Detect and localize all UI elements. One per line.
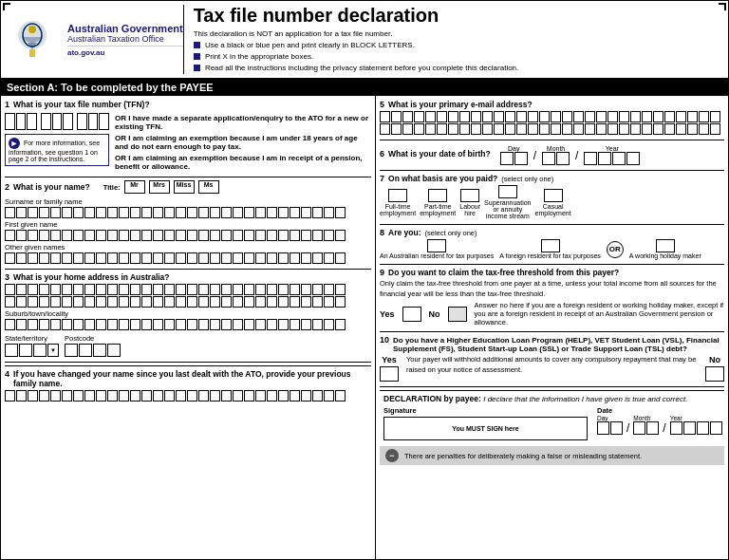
dob-year-4[interactable] xyxy=(626,152,640,165)
q1-header: 1 What is your tax file number (TFN)? xyxy=(5,100,371,109)
q10-no-box[interactable] xyxy=(705,366,724,382)
pay-casual-box[interactable] xyxy=(544,189,563,202)
date-month-1[interactable] xyxy=(633,421,645,435)
sign-box[interactable]: You MUST SIGN here xyxy=(383,417,588,440)
foreign-resident-box[interactable] xyxy=(541,239,560,252)
signature-area: Signature You MUST SIGN here xyxy=(383,406,588,440)
prev-name-boxes xyxy=(5,390,371,401)
section-a-header: Section A: To be completed by the PAYEE xyxy=(1,79,728,96)
penalty-text: There are penalties for deliberately mak… xyxy=(404,452,642,460)
australian-resident-box[interactable] xyxy=(427,239,446,252)
dob-day-2[interactable] xyxy=(514,152,528,165)
postcode-box-1[interactable] xyxy=(65,344,78,357)
state-box-3[interactable] xyxy=(33,344,47,357)
divider-1 xyxy=(5,177,371,177)
q9-yes-box[interactable] xyxy=(402,307,421,322)
website-bar: ato.gov.au xyxy=(67,46,183,57)
date-year-3[interactable] xyxy=(697,421,709,435)
are-you-australian: An Australian resident for tax purposes xyxy=(380,239,494,259)
postcode-area: Postcode xyxy=(65,332,121,357)
tfn-box-1[interactable] xyxy=(5,113,15,130)
postcode-box-4[interactable] xyxy=(107,344,121,357)
q1-layout: ► For more information, see information,… xyxy=(5,111,371,172)
email-row2 xyxy=(380,123,724,135)
divider-r6 xyxy=(380,386,724,387)
q1-or-options: OR I have made a separate application/en… xyxy=(115,111,371,172)
divider-r5 xyxy=(380,331,724,332)
title-ms[interactable]: Ms xyxy=(198,180,219,194)
q10-yes-box[interactable] xyxy=(380,366,399,382)
email-row1 xyxy=(380,111,724,122)
right-column: 5 What is your primary e-mail address? 6 xyxy=(376,96,728,560)
tfn-boxes-row1 xyxy=(5,113,109,130)
tfn-box-8[interactable] xyxy=(88,113,99,130)
date-year-1[interactable] xyxy=(670,421,682,435)
state-area: State/territory ▼ xyxy=(5,332,59,357)
q5-header: 5 What is your primary e-mail address? xyxy=(380,100,724,109)
dob-slash-1: / xyxy=(533,149,536,162)
tfn-box-3[interactable] xyxy=(27,113,37,130)
tfn-box-4[interactable] xyxy=(41,113,51,130)
question-4: 4 If you have changed your name since yo… xyxy=(5,365,371,401)
tfn-box-7[interactable] xyxy=(77,113,87,130)
other-names-label: Other given names xyxy=(5,243,371,252)
q1-tfn-area: ► For more information, see information,… xyxy=(5,111,109,172)
tfn-box-2[interactable] xyxy=(16,113,27,130)
surname-box[interactable] xyxy=(5,207,15,218)
title-mrs[interactable]: Mrs xyxy=(149,180,170,194)
q1-or1: OR I have made a separate application/en… xyxy=(115,114,371,131)
tfn-box-9[interactable] xyxy=(99,113,109,130)
tfn-box-6[interactable] xyxy=(63,113,73,130)
state-box-1[interactable] xyxy=(5,344,18,357)
postcode-box-3[interactable] xyxy=(93,344,106,357)
q9-yes-no: Yes No Answer no here if you are a forei… xyxy=(380,301,724,327)
date-month-2[interactable] xyxy=(646,421,659,435)
dob-month-1[interactable] xyxy=(542,152,555,165)
dob-day-1[interactable] xyxy=(500,152,514,165)
divider-r3 xyxy=(380,224,724,225)
tfn-box-5[interactable] xyxy=(52,113,63,130)
suburb-boxes xyxy=(5,319,371,330)
dob-year-1[interactable] xyxy=(584,152,597,165)
date-day-group: Day xyxy=(597,415,623,435)
q9-no-box[interactable] xyxy=(448,307,467,322)
are-you-foreign: A foreign resident for tax purposes xyxy=(499,239,601,259)
gov-name: Australian Government xyxy=(67,23,183,34)
pay-super-box[interactable] xyxy=(498,185,517,198)
first-name-label: First given name xyxy=(5,220,371,229)
dob-month-2[interactable] xyxy=(556,152,570,165)
state-box-2[interactable] xyxy=(19,344,32,357)
question-6: 6 What is your date of birth? Day / xyxy=(380,143,724,165)
title-miss[interactable]: Miss xyxy=(174,180,195,194)
dob-row: Day / Month xyxy=(500,145,641,165)
date-day-1[interactable] xyxy=(597,421,609,435)
form-header: Australian Government Australian Taxatio… xyxy=(1,1,728,79)
title-mr[interactable]: Mr xyxy=(124,180,145,194)
q10-yes-no: Yes Your payer will withhold additional … xyxy=(380,355,724,382)
penalty-bar: − There are penalties for deliberately m… xyxy=(380,446,724,465)
working-holiday-box[interactable] xyxy=(656,239,675,252)
dob-year-boxes xyxy=(584,152,640,165)
date-slash-2: / xyxy=(663,421,665,435)
dob-day-group: Day xyxy=(500,145,528,165)
dob-year-2[interactable] xyxy=(598,152,611,165)
pay-labour-box[interactable] xyxy=(460,189,479,202)
date-year-2[interactable] xyxy=(683,421,696,435)
date-day-2[interactable] xyxy=(610,421,623,435)
q9-header: 9 Do you want to claim the tax-free thre… xyxy=(380,268,724,277)
pay-options: Full-timeemployment Part-timeemployment … xyxy=(380,185,724,219)
dob-slash-2: / xyxy=(575,149,578,162)
corner-mark-tl xyxy=(3,3,10,10)
divider-r1 xyxy=(380,140,724,140)
question-1: 1 What is your tax file number (TFN)? xyxy=(5,100,371,172)
surname-label: Surname or family name xyxy=(5,197,371,206)
pay-fulltime-box[interactable] xyxy=(388,189,407,202)
pay-parttime-box[interactable] xyxy=(428,189,447,202)
postcode-box-2[interactable] xyxy=(79,344,92,357)
suburb-label: Suburb/town/locality xyxy=(5,309,371,318)
header-bullet2: Print X in the appropriate boxes. xyxy=(194,51,720,63)
declaration-section: DECLARATION by payee: I declare that the… xyxy=(380,390,724,443)
date-year-4[interactable] xyxy=(710,421,722,435)
state-dropdown[interactable]: ▼ xyxy=(47,344,59,357)
dob-year-3[interactable] xyxy=(612,152,626,165)
